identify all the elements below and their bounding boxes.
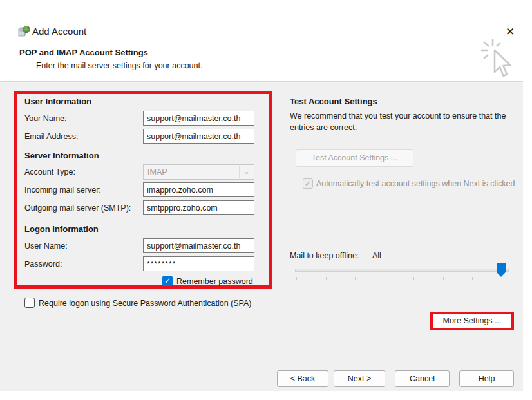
offline-value: All [372, 251, 381, 260]
offline-slider-track[interactable] [295, 269, 509, 272]
spa-label: Require logon using Secure Password Auth… [39, 299, 252, 308]
slider-tick [443, 277, 444, 280]
add-account-dialog: Add Account ✕ POP and IMAP Account Setti… [0, 0, 532, 400]
slider-tick [326, 277, 327, 280]
your-name-label: Your Name: [24, 114, 67, 123]
window-title: Add Account [32, 26, 86, 37]
account-type-select[interactable]: IMAP ⌄ [143, 164, 254, 180]
account-type-value: IMAP [147, 167, 167, 176]
incoming-server-input[interactable] [143, 182, 254, 197]
checkmark-icon: ✓ [305, 179, 311, 188]
chevron-down-icon: ⌄ [239, 166, 253, 178]
back-button[interactable]: < Back [277, 370, 328, 387]
test-settings-heading: Test Account Settings [290, 97, 377, 106]
add-account-icon [17, 24, 30, 38]
header-divider [0, 81, 523, 82]
password-input[interactable] [143, 256, 254, 271]
outgoing-server-input[interactable] [143, 200, 254, 215]
checkmark-icon: ✓ [164, 276, 171, 285]
test-account-settings-button[interactable]: Test Account Settings ... [296, 149, 413, 167]
slider-tick [355, 277, 356, 280]
section-server-information: Server Information [24, 151, 99, 160]
offline-slider-ticks [296, 277, 502, 280]
slider-tick [413, 277, 414, 280]
your-name-input[interactable] [143, 111, 254, 126]
user-name-label: User Name: [24, 242, 68, 251]
incoming-server-label: Incoming mail server: [24, 186, 101, 195]
remember-password-checkbox[interactable]: ✓ [162, 276, 173, 286]
section-logon-information: Logon Information [24, 224, 99, 234]
slider-tick [502, 277, 502, 280]
auto-test-checkbox[interactable]: ✓ [303, 178, 313, 189]
more-settings-button[interactable]: More Settings ... [430, 312, 514, 330]
slider-tick [385, 277, 385, 280]
offline-label: Mail to keep offline: [290, 251, 359, 260]
auto-test-label: Automatically test account settings when… [316, 178, 517, 190]
page-subtitle: Enter the mail server settings for your … [36, 61, 202, 70]
spa-checkbox[interactable] [24, 298, 35, 308]
remember-password-label: Remember password [176, 277, 253, 286]
slider-tick [296, 277, 297, 280]
password-label: Password: [24, 260, 62, 269]
account-type-label: Account Type: [24, 167, 75, 176]
email-address-input[interactable] [143, 129, 254, 144]
outgoing-server-label: Outgoing mail server (SMTP): [24, 204, 131, 213]
email-address-label: Email Address: [24, 132, 78, 141]
test-settings-description: We recommend that you test your account … [290, 110, 519, 133]
cursor-click-icon [479, 37, 519, 81]
user-name-input[interactable] [143, 238, 254, 253]
page-title: POP and IMAP Account Settings [19, 48, 148, 57]
cancel-button[interactable]: Cancel [395, 370, 450, 387]
next-button[interactable]: Next > [334, 370, 385, 387]
help-button[interactable]: Help [459, 370, 514, 387]
slider-tick [472, 277, 473, 280]
section-user-information: User Information [24, 97, 91, 106]
